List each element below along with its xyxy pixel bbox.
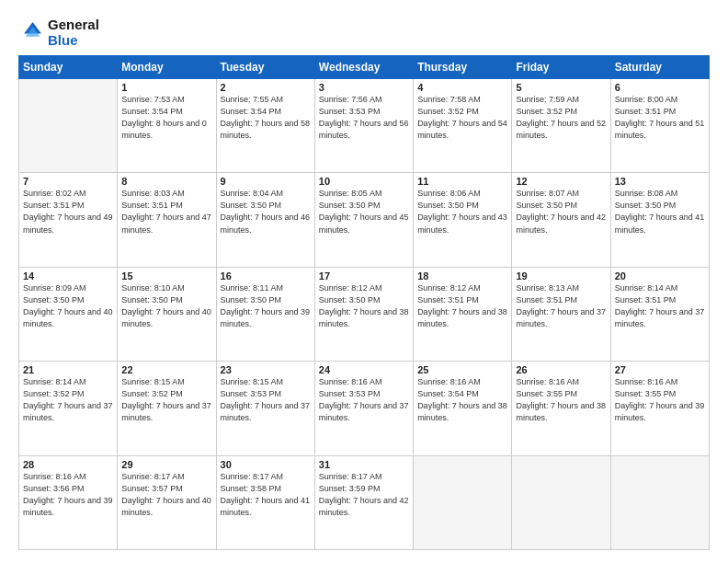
calendar-cell: 14Sunrise: 8:09 AM Sunset: 3:50 PM Dayli… bbox=[19, 267, 118, 361]
day-info: Sunrise: 7:58 AM Sunset: 3:52 PM Dayligh… bbox=[417, 94, 507, 142]
day-info: Sunrise: 7:53 AM Sunset: 3:54 PM Dayligh… bbox=[121, 94, 211, 142]
logo: General Blue bbox=[18, 17, 99, 48]
col-header-friday: Friday bbox=[512, 56, 610, 79]
calendar-cell: 24Sunrise: 8:16 AM Sunset: 3:53 PM Dayli… bbox=[314, 362, 413, 455]
col-header-monday: Monday bbox=[118, 56, 216, 79]
day-number: 5 bbox=[516, 82, 606, 93]
day-number: 28 bbox=[23, 459, 113, 470]
day-number: 20 bbox=[615, 270, 705, 282]
calendar-cell: 13Sunrise: 8:08 AM Sunset: 3:50 PM Dayli… bbox=[610, 173, 709, 267]
day-info: Sunrise: 8:16 AM Sunset: 3:55 PM Dayligh… bbox=[516, 376, 606, 424]
calendar-cell: 4Sunrise: 7:58 AM Sunset: 3:52 PM Daylig… bbox=[414, 79, 512, 173]
day-info: Sunrise: 8:12 AM Sunset: 3:51 PM Dayligh… bbox=[417, 282, 507, 330]
day-number: 17 bbox=[319, 270, 409, 282]
header: General Blue bbox=[18, 17, 710, 48]
calendar-cell: 28Sunrise: 8:16 AM Sunset: 3:56 PM Dayli… bbox=[19, 455, 118, 549]
day-info: Sunrise: 8:16 AM Sunset: 3:56 PM Dayligh… bbox=[23, 471, 113, 519]
calendar-cell: 9Sunrise: 8:04 AM Sunset: 3:50 PM Daylig… bbox=[216, 173, 314, 267]
day-number: 8 bbox=[121, 176, 211, 187]
col-header-sunday: Sunday bbox=[19, 56, 118, 79]
day-info: Sunrise: 8:17 AM Sunset: 3:59 PM Dayligh… bbox=[319, 471, 409, 519]
day-info: Sunrise: 8:17 AM Sunset: 3:58 PM Dayligh… bbox=[221, 471, 311, 519]
calendar-week-row: 21Sunrise: 8:14 AM Sunset: 3:52 PM Dayli… bbox=[19, 362, 710, 455]
day-number: 12 bbox=[516, 176, 606, 187]
calendar-cell: 29Sunrise: 8:17 AM Sunset: 3:57 PM Dayli… bbox=[118, 455, 216, 549]
calendar-table: SundayMondayTuesdayWednesdayThursdayFrid… bbox=[18, 55, 710, 550]
calendar-cell: 27Sunrise: 8:16 AM Sunset: 3:55 PM Dayli… bbox=[610, 362, 709, 455]
day-number: 26 bbox=[516, 364, 606, 375]
calendar-cell: 19Sunrise: 8:13 AM Sunset: 3:51 PM Dayli… bbox=[512, 267, 610, 361]
day-number: 21 bbox=[23, 364, 113, 375]
day-info: Sunrise: 7:56 AM Sunset: 3:53 PM Dayligh… bbox=[319, 94, 409, 142]
day-number: 11 bbox=[417, 176, 507, 187]
calendar-cell bbox=[19, 79, 118, 173]
col-header-thursday: Thursday bbox=[414, 56, 512, 79]
logo-icon bbox=[18, 19, 44, 45]
day-number: 27 bbox=[615, 364, 705, 375]
day-info: Sunrise: 8:12 AM Sunset: 3:50 PM Dayligh… bbox=[319, 282, 409, 330]
day-info: Sunrise: 8:09 AM Sunset: 3:50 PM Dayligh… bbox=[23, 282, 113, 330]
day-info: Sunrise: 8:14 AM Sunset: 3:51 PM Dayligh… bbox=[615, 282, 705, 330]
day-info: Sunrise: 8:05 AM Sunset: 3:50 PM Dayligh… bbox=[319, 188, 409, 236]
calendar-week-row: 7Sunrise: 8:02 AM Sunset: 3:51 PM Daylig… bbox=[19, 173, 710, 267]
day-number: 18 bbox=[417, 270, 507, 282]
calendar-cell: 22Sunrise: 8:15 AM Sunset: 3:52 PM Dayli… bbox=[118, 362, 216, 455]
day-number: 3 bbox=[319, 82, 409, 93]
day-number: 10 bbox=[319, 176, 409, 187]
calendar-cell bbox=[512, 455, 610, 549]
day-number: 23 bbox=[221, 364, 311, 375]
day-number: 7 bbox=[23, 176, 113, 187]
day-info: Sunrise: 8:15 AM Sunset: 3:52 PM Dayligh… bbox=[121, 376, 211, 424]
day-info: Sunrise: 8:00 AM Sunset: 3:51 PM Dayligh… bbox=[615, 94, 705, 142]
calendar-cell bbox=[610, 455, 709, 549]
calendar-cell: 25Sunrise: 8:16 AM Sunset: 3:54 PM Dayli… bbox=[414, 362, 512, 455]
day-number: 31 bbox=[319, 459, 409, 470]
day-info: Sunrise: 8:14 AM Sunset: 3:52 PM Dayligh… bbox=[23, 376, 113, 424]
day-number: 6 bbox=[615, 82, 705, 93]
calendar-cell: 18Sunrise: 8:12 AM Sunset: 3:51 PM Dayli… bbox=[414, 267, 512, 361]
calendar-cell: 21Sunrise: 8:14 AM Sunset: 3:52 PM Dayli… bbox=[19, 362, 118, 455]
calendar-cell: 20Sunrise: 8:14 AM Sunset: 3:51 PM Dayli… bbox=[610, 267, 709, 361]
day-number: 4 bbox=[417, 82, 507, 93]
calendar-cell: 15Sunrise: 8:10 AM Sunset: 3:50 PM Dayli… bbox=[118, 267, 216, 361]
day-info: Sunrise: 8:06 AM Sunset: 3:50 PM Dayligh… bbox=[417, 188, 507, 236]
calendar-header-row: SundayMondayTuesdayWednesdayThursdayFrid… bbox=[19, 56, 710, 79]
day-number: 19 bbox=[516, 270, 606, 282]
calendar-cell: 16Sunrise: 8:11 AM Sunset: 3:50 PM Dayli… bbox=[216, 267, 314, 361]
day-info: Sunrise: 7:59 AM Sunset: 3:52 PM Dayligh… bbox=[516, 94, 606, 142]
day-info: Sunrise: 8:16 AM Sunset: 3:54 PM Dayligh… bbox=[417, 376, 507, 424]
calendar-cell: 3Sunrise: 7:56 AM Sunset: 3:53 PM Daylig… bbox=[314, 79, 413, 173]
page: General Blue SundayMondayTuesdayWednesda… bbox=[0, 0, 728, 563]
calendar-cell: 31Sunrise: 8:17 AM Sunset: 3:59 PM Dayli… bbox=[314, 455, 413, 549]
col-header-tuesday: Tuesday bbox=[216, 56, 314, 79]
day-info: Sunrise: 8:16 AM Sunset: 3:55 PM Dayligh… bbox=[615, 376, 705, 424]
day-number: 22 bbox=[121, 364, 211, 375]
calendar-cell: 11Sunrise: 8:06 AM Sunset: 3:50 PM Dayli… bbox=[414, 173, 512, 267]
day-info: Sunrise: 8:17 AM Sunset: 3:57 PM Dayligh… bbox=[121, 471, 211, 519]
calendar-cell: 12Sunrise: 8:07 AM Sunset: 3:50 PM Dayli… bbox=[512, 173, 610, 267]
calendar-cell: 26Sunrise: 8:16 AM Sunset: 3:55 PM Dayli… bbox=[512, 362, 610, 455]
day-info: Sunrise: 8:13 AM Sunset: 3:51 PM Dayligh… bbox=[516, 282, 606, 330]
day-info: Sunrise: 8:08 AM Sunset: 3:50 PM Dayligh… bbox=[615, 188, 705, 236]
logo-text: General Blue bbox=[48, 17, 99, 48]
day-info: Sunrise: 8:03 AM Sunset: 3:51 PM Dayligh… bbox=[121, 188, 211, 236]
calendar-cell: 23Sunrise: 8:15 AM Sunset: 3:53 PM Dayli… bbox=[216, 362, 314, 455]
calendar-week-row: 1Sunrise: 7:53 AM Sunset: 3:54 PM Daylig… bbox=[19, 79, 710, 173]
day-number: 13 bbox=[615, 176, 705, 187]
col-header-saturday: Saturday bbox=[610, 56, 709, 79]
calendar-cell: 17Sunrise: 8:12 AM Sunset: 3:50 PM Dayli… bbox=[314, 267, 413, 361]
calendar-cell: 7Sunrise: 8:02 AM Sunset: 3:51 PM Daylig… bbox=[19, 173, 118, 267]
calendar-cell: 6Sunrise: 8:00 AM Sunset: 3:51 PM Daylig… bbox=[610, 79, 709, 173]
day-info: Sunrise: 8:02 AM Sunset: 3:51 PM Dayligh… bbox=[23, 188, 113, 236]
col-header-wednesday: Wednesday bbox=[314, 56, 413, 79]
calendar-week-row: 28Sunrise: 8:16 AM Sunset: 3:56 PM Dayli… bbox=[19, 455, 710, 549]
day-number: 9 bbox=[221, 176, 311, 187]
calendar-cell: 30Sunrise: 8:17 AM Sunset: 3:58 PM Dayli… bbox=[216, 455, 314, 549]
day-info: Sunrise: 8:07 AM Sunset: 3:50 PM Dayligh… bbox=[516, 188, 606, 236]
calendar-cell bbox=[414, 455, 512, 549]
day-info: Sunrise: 8:11 AM Sunset: 3:50 PM Dayligh… bbox=[221, 282, 311, 330]
day-info: Sunrise: 7:55 AM Sunset: 3:54 PM Dayligh… bbox=[221, 94, 311, 142]
calendar-cell: 10Sunrise: 8:05 AM Sunset: 3:50 PM Dayli… bbox=[314, 173, 413, 267]
calendar-cell: 8Sunrise: 8:03 AM Sunset: 3:51 PM Daylig… bbox=[118, 173, 216, 267]
day-info: Sunrise: 8:16 AM Sunset: 3:53 PM Dayligh… bbox=[319, 376, 409, 424]
